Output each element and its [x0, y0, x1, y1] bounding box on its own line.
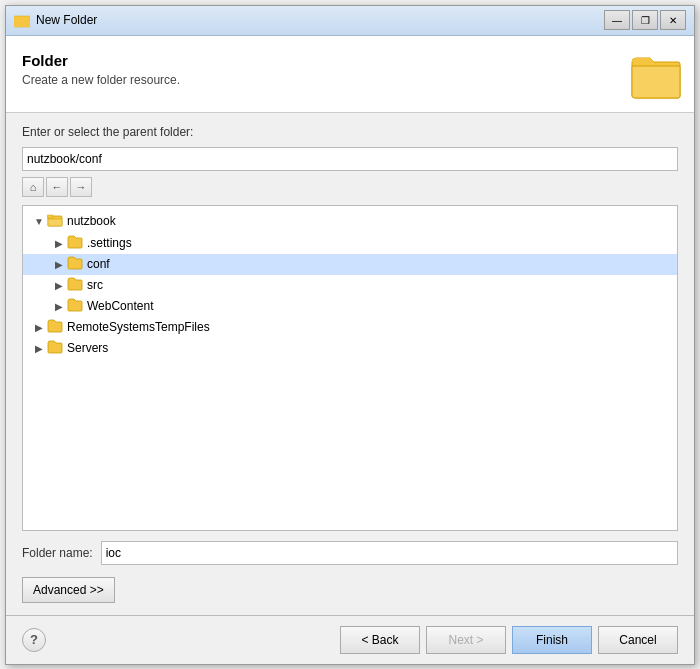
dialog-content: Folder Create a new folder resource. Ent…	[6, 36, 694, 664]
finish-button[interactable]: Finish	[512, 626, 592, 654]
tree-label-conf: conf	[87, 257, 110, 271]
folder-name-input[interactable]	[101, 541, 678, 565]
advanced-button[interactable]: Advanced >>	[22, 577, 115, 603]
parent-folder-input[interactable]	[22, 147, 678, 171]
folder-icon-src	[67, 277, 83, 294]
dialog-buttons: < Back Next > Finish Cancel	[340, 626, 678, 654]
tree-label-src: src	[87, 278, 103, 292]
folder-icon-conf	[67, 256, 83, 273]
folder-large-icon	[630, 52, 678, 96]
bottom-bar: ? < Back Next > Finish Cancel	[6, 615, 694, 664]
expand-icon-src: ▶	[51, 280, 67, 291]
tree-item-settings[interactable]: ▶ .settings	[23, 233, 677, 254]
restore-button[interactable]: ❐	[632, 10, 658, 30]
tree-item-nutzbook[interactable]: ▼ nutzbook	[23, 210, 677, 233]
project-icon-servers	[47, 340, 63, 357]
project-icon-remotesystems	[47, 319, 63, 336]
expand-icon-conf: ▶	[51, 259, 67, 270]
window-icon	[14, 12, 30, 28]
tree-toolbar: ⌂ ← →	[22, 177, 678, 197]
home-button[interactable]: ⌂	[22, 177, 44, 197]
window-title: New Folder	[36, 13, 604, 27]
expand-icon-settings: ▶	[51, 238, 67, 249]
project-icon-nutzbook	[47, 212, 63, 231]
tree-label-webcontent: WebContent	[87, 299, 154, 313]
header-section: Folder Create a new folder resource.	[6, 36, 694, 113]
expand-icon-servers: ▶	[31, 343, 47, 354]
tree-item-webcontent[interactable]: ▶ WebContent	[23, 296, 677, 317]
next-button[interactable]: Next >	[426, 626, 506, 654]
tree-label-settings: .settings	[87, 236, 132, 250]
forward-button[interactable]: →	[70, 177, 92, 197]
header-title: Folder	[22, 52, 180, 69]
expand-icon-nutzbook: ▼	[31, 216, 47, 227]
header-subtitle: Create a new folder resource.	[22, 73, 180, 87]
parent-folder-label: Enter or select the parent folder:	[22, 125, 678, 139]
help-button[interactable]: ?	[22, 628, 46, 652]
new-folder-window: New Folder — ❐ ✕ Folder Create a new fol…	[5, 5, 695, 665]
advanced-section: Advanced >>	[22, 577, 678, 603]
body-section: Enter or select the parent folder: ⌂ ← →…	[6, 113, 694, 615]
folder-tree[interactable]: ▼ nutzbook ▶	[22, 205, 678, 531]
window-controls: — ❐ ✕	[604, 10, 686, 30]
expand-icon-webcontent: ▶	[51, 301, 67, 312]
close-button[interactable]: ✕	[660, 10, 686, 30]
header-text: Folder Create a new folder resource.	[22, 52, 180, 87]
svg-rect-2	[14, 19, 30, 27]
tree-label-remotesystems: RemoteSystemsTempFiles	[67, 320, 210, 334]
cancel-button[interactable]: Cancel	[598, 626, 678, 654]
tree-item-servers[interactable]: ▶ Servers	[23, 338, 677, 359]
folder-name-label: Folder name:	[22, 546, 93, 560]
tree-label-nutzbook: nutzbook	[67, 214, 116, 228]
tree-item-remotesystems[interactable]: ▶ RemoteSystemsTempFiles	[23, 317, 677, 338]
tree-item-src[interactable]: ▶ src	[23, 275, 677, 296]
back-button[interactable]: < Back	[340, 626, 420, 654]
back-button[interactable]: ←	[46, 177, 68, 197]
folder-icon-webcontent	[67, 298, 83, 315]
tree-label-servers: Servers	[67, 341, 108, 355]
svg-rect-4	[48, 219, 62, 226]
svg-rect-5	[47, 215, 53, 218]
title-bar: New Folder — ❐ ✕	[6, 6, 694, 36]
expand-icon-remotesystems: ▶	[31, 322, 47, 333]
tree-item-conf[interactable]: ▶ conf	[23, 254, 677, 275]
minimize-button[interactable]: —	[604, 10, 630, 30]
folder-name-row: Folder name:	[22, 541, 678, 565]
folder-icon-settings	[67, 235, 83, 252]
